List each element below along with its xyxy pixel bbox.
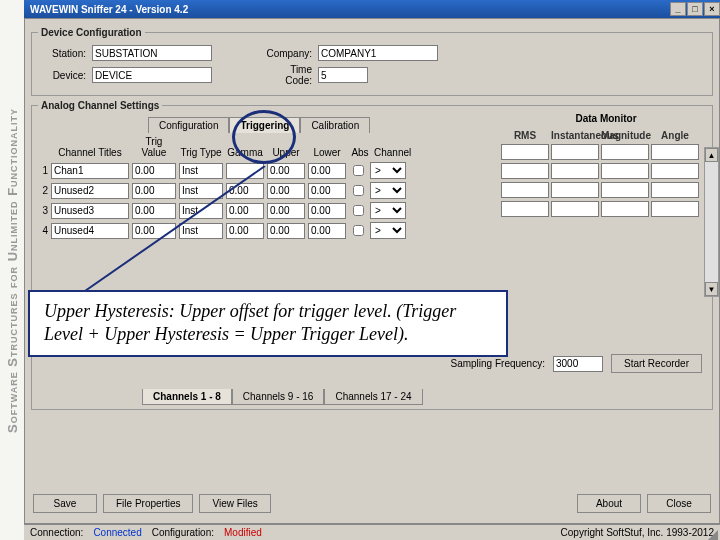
window-titlebar: WAVEWIN Sniffer 24 - Version 4.2 _ □ ×: [24, 0, 720, 18]
tab-configuration[interactable]: Configuration: [148, 117, 229, 133]
tab-triggering[interactable]: Triggering: [229, 117, 300, 133]
channel-title-input[interactable]: [51, 223, 129, 239]
trig-value-input[interactable]: [132, 223, 176, 239]
channel-title-input[interactable]: [51, 183, 129, 199]
analog-channel-settings-legend: Analog Channel Settings: [38, 100, 162, 111]
lower-input[interactable]: [308, 163, 346, 179]
scroll-up-icon[interactable]: ▲: [705, 148, 718, 162]
gamma-input[interactable]: [226, 223, 264, 239]
status-config-label: Configuration:: [152, 527, 214, 538]
gamma-input[interactable]: [226, 203, 264, 219]
trig-value-input[interactable]: [132, 163, 176, 179]
trig-type-input[interactable]: [179, 203, 223, 219]
gamma-input[interactable]: [226, 163, 264, 179]
device-configuration-group: Device Configuration Station: Company: D…: [31, 27, 713, 96]
row-index: 4: [38, 225, 48, 236]
data-monitor-title: Data Monitor: [501, 113, 711, 124]
col-abs: Abs: [349, 147, 371, 158]
lower-input[interactable]: [308, 203, 346, 219]
timecode-label: Time Code:: [264, 64, 312, 86]
window-title: WAVEWIN Sniffer 24 - Version 4.2: [30, 4, 188, 15]
view-files-button[interactable]: View Files: [199, 494, 270, 513]
channel-select[interactable]: >: [370, 182, 406, 199]
resize-grip-icon[interactable]: [706, 528, 718, 540]
col-channel: Channel: [374, 147, 410, 158]
side-branding-text: Software Structures for Unlimited Functi…: [0, 0, 24, 540]
app-body: WAVEWIN™Sniffer 24 05/10/2012 11:23:00.5…: [24, 18, 720, 524]
col-trig-value: Trig Value: [132, 136, 176, 158]
channel-scrollbar[interactable]: ▲ ▼: [704, 147, 719, 297]
abs-checkbox[interactable]: [353, 205, 364, 216]
row-index: 3: [38, 205, 48, 216]
station-input[interactable]: [92, 45, 212, 61]
dm-col-inst: Instantaneous: [551, 130, 599, 141]
dm-col-mag: Magnitude: [601, 130, 649, 141]
scroll-down-icon[interactable]: ▼: [705, 282, 718, 296]
upper-input[interactable]: [267, 163, 305, 179]
tab-channels-9-16[interactable]: Channels 9 - 16: [232, 389, 325, 405]
station-label: Station:: [38, 48, 86, 59]
upper-input[interactable]: [267, 183, 305, 199]
timecode-input[interactable]: [318, 67, 368, 83]
trig-value-input[interactable]: [132, 203, 176, 219]
company-input[interactable]: [318, 45, 438, 61]
status-config-value: Modified: [224, 527, 262, 538]
close-button[interactable]: Close: [647, 494, 711, 513]
channel-title-input[interactable]: [51, 203, 129, 219]
dm-row: [501, 144, 711, 160]
trig-type-input[interactable]: [179, 223, 223, 239]
channel-row: 4>: [38, 222, 706, 239]
device-label: Device:: [38, 70, 86, 81]
upper-input[interactable]: [267, 223, 305, 239]
tab-channels-17-24[interactable]: Channels 17 - 24: [324, 389, 422, 405]
tab-channels-1-8[interactable]: Channels 1 - 8: [142, 389, 232, 405]
status-connection-value: Connected: [93, 527, 141, 538]
channel-title-input[interactable]: [51, 163, 129, 179]
status-copyright: Copyright SoftStuf, Inc. 1993-2012: [561, 527, 714, 538]
file-properties-button[interactable]: File Properties: [103, 494, 193, 513]
col-gamma: Gamma: [226, 147, 264, 158]
annotation-callout: Upper Hysteresis: Upper offset for trigg…: [28, 290, 508, 357]
dm-row: [501, 201, 711, 217]
status-bar: Connection: Connected Configuration: Mod…: [24, 524, 720, 540]
dm-col-rms: RMS: [501, 130, 549, 141]
close-window-button[interactable]: ×: [704, 2, 720, 16]
device-input[interactable]: [92, 67, 212, 83]
sampling-frequency-input[interactable]: [553, 356, 603, 372]
trig-type-input[interactable]: [179, 163, 223, 179]
abs-checkbox[interactable]: [353, 165, 364, 176]
start-recorder-button[interactable]: Start Recorder: [611, 354, 702, 373]
channel-select[interactable]: >: [370, 222, 406, 239]
trig-type-input[interactable]: [179, 183, 223, 199]
dm-row: [501, 163, 711, 179]
row-index: 1: [38, 165, 48, 176]
abs-checkbox[interactable]: [353, 225, 364, 236]
col-trig-type: Trig Type: [179, 147, 223, 158]
dm-col-ang: Angle: [651, 130, 699, 141]
lower-input[interactable]: [308, 223, 346, 239]
tab-calibration[interactable]: Calibration: [300, 117, 370, 133]
lower-input[interactable]: [308, 183, 346, 199]
device-configuration-legend: Device Configuration: [38, 27, 145, 38]
status-connection-label: Connection:: [30, 527, 83, 538]
save-button[interactable]: Save: [33, 494, 97, 513]
dm-row: [501, 182, 711, 198]
col-lower: Lower: [308, 147, 346, 158]
gamma-input[interactable]: [226, 183, 264, 199]
abs-checkbox[interactable]: [353, 185, 364, 196]
channel-select[interactable]: >: [370, 202, 406, 219]
col-upper: Upper: [267, 147, 305, 158]
col-channel-titles: Channel Titles: [51, 147, 129, 158]
trig-value-input[interactable]: [132, 183, 176, 199]
maximize-button[interactable]: □: [687, 2, 703, 16]
data-monitor-panel: Data Monitor RMS Instantaneous Magnitude…: [501, 113, 711, 220]
row-index: 2: [38, 185, 48, 196]
channel-select[interactable]: >: [370, 162, 406, 179]
minimize-button[interactable]: _: [670, 2, 686, 16]
about-button[interactable]: About: [577, 494, 641, 513]
company-label: Company:: [264, 48, 312, 59]
sampling-frequency-label: Sampling Frequency:: [450, 358, 545, 369]
upper-input[interactable]: [267, 203, 305, 219]
